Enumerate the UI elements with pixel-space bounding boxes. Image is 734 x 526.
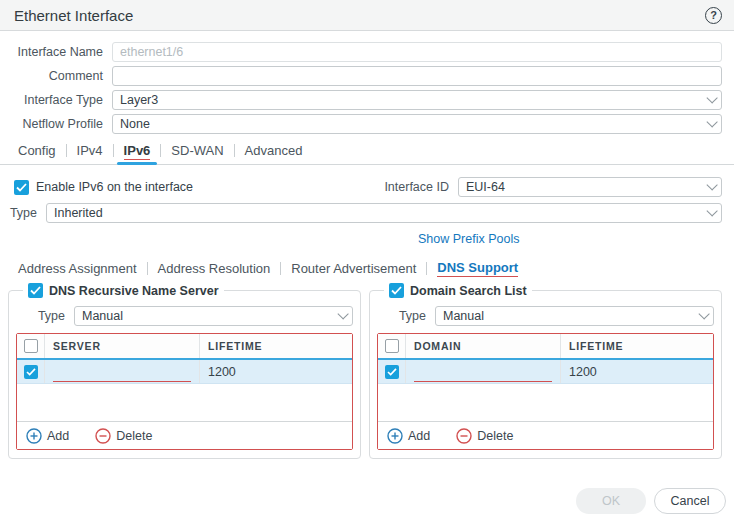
- domain-input[interactable]: [414, 365, 552, 382]
- interface-name-field: [112, 42, 722, 62]
- dns-recursive-legend: DNS Recursive Name Server: [23, 283, 224, 298]
- domain-search-type-select[interactable]: Manual: [435, 306, 714, 326]
- tab-ipv6[interactable]: IPv6: [124, 143, 151, 164]
- subtab-address-assignment[interactable]: Address Assignment: [18, 261, 137, 276]
- ipv6-type-row: Type Inherited: [0, 203, 722, 223]
- select-all-checkbox[interactable]: [24, 339, 38, 353]
- interface-name-row: Interface Name: [0, 42, 722, 62]
- domain-search-type-label: Type: [377, 309, 435, 323]
- tab-divider: [66, 144, 67, 157]
- delete-button[interactable]: Delete: [456, 428, 513, 444]
- comment-row: Comment: [0, 66, 722, 86]
- enable-ipv6-row: Enable IPv6 on the interface Interface I…: [14, 178, 722, 196]
- check-icon: [30, 286, 41, 295]
- add-button[interactable]: Add: [26, 428, 69, 444]
- domain-search-table: DOMAIN LIFETIME: [377, 333, 714, 450]
- delete-button[interactable]: Delete: [95, 428, 152, 444]
- subtab-router-advertisement[interactable]: Router Advertisement: [291, 261, 416, 276]
- add-icon: [387, 428, 403, 444]
- netflow-profile-label: Netflow Profile: [0, 117, 112, 131]
- dialog-title: Ethernet Interface: [14, 7, 133, 24]
- domain-search-type-value: Manual: [443, 309, 698, 323]
- table-header: DOMAIN LIFETIME: [378, 334, 713, 360]
- dialog-footer: OK Cancel: [576, 488, 726, 514]
- dns-recursive-type-select[interactable]: Manual: [74, 306, 353, 326]
- chevron-down-icon: [337, 308, 348, 319]
- prefix-pools-row: Show Prefix Pools: [0, 232, 734, 248]
- interface-type-value: Layer3: [120, 93, 706, 107]
- ethernet-interface-dialog: Ethernet Interface ? Interface Name Comm…: [0, 0, 734, 526]
- netflow-profile-row: Netflow Profile None: [0, 114, 722, 134]
- subtab-dns-support[interactable]: DNS Support: [437, 260, 518, 277]
- tab-divider: [113, 144, 114, 157]
- interface-id-value: EUI-64: [466, 180, 706, 194]
- ipv6-type-select[interactable]: Inherited: [46, 203, 722, 223]
- tab-divider: [160, 144, 161, 157]
- main-tabbar: Config IPv4 IPv6 SD-WAN Advanced: [0, 141, 734, 165]
- ipv6-type-value: Inherited: [54, 206, 706, 220]
- domain-search-legend: Domain Search List: [384, 283, 532, 298]
- tab-config[interactable]: Config: [18, 143, 56, 164]
- interface-type-select[interactable]: Layer3: [112, 90, 722, 110]
- tab-divider: [426, 262, 427, 275]
- server-input[interactable]: [53, 365, 191, 382]
- enable-ipv6-checkbox[interactable]: [14, 180, 29, 195]
- add-button[interactable]: Add: [387, 428, 430, 444]
- tab-divider: [147, 262, 148, 275]
- table-footer: Add Delete: [378, 421, 713, 449]
- show-prefix-pools-link[interactable]: Show Prefix Pools: [418, 232, 519, 246]
- dns-recursive-table: SERVER LIFETIME: [16, 333, 353, 450]
- check-icon: [16, 183, 27, 192]
- comment-field[interactable]: [112, 66, 722, 86]
- chevron-down-icon: [706, 92, 717, 103]
- column-header-lifetime: LIFETIME: [569, 340, 623, 352]
- row-checkbox[interactable]: [24, 365, 38, 379]
- cancel-button[interactable]: Cancel: [654, 488, 726, 514]
- select-all-checkbox[interactable]: [385, 339, 399, 353]
- interface-type-row: Interface Type Layer3: [0, 90, 722, 110]
- dns-recursive-enable-checkbox[interactable]: [28, 283, 43, 298]
- delete-icon: [456, 428, 472, 444]
- comment-label: Comment: [0, 69, 112, 83]
- ipv6-subtabs: Address Assignment Address Resolution Ro…: [18, 259, 734, 277]
- check-icon: [26, 368, 36, 376]
- column-header-server: SERVER: [53, 340, 101, 352]
- subtab-address-resolution[interactable]: Address Resolution: [158, 261, 271, 276]
- interface-id-select[interactable]: EUI-64: [458, 177, 722, 197]
- chevron-down-icon: [706, 116, 717, 127]
- delete-icon: [95, 428, 111, 444]
- domain-search-enable-checkbox[interactable]: [389, 283, 404, 298]
- column-header-domain: DOMAIN: [414, 340, 461, 352]
- dns-recursive-panel: DNS Recursive Name Server Type Manual SE…: [8, 283, 361, 459]
- chevron-down-icon: [698, 308, 709, 319]
- interface-form: Interface Name Comment Interface Type La…: [0, 31, 734, 134]
- ok-button[interactable]: OK: [576, 488, 646, 514]
- tab-ipv4[interactable]: IPv4: [77, 143, 103, 164]
- interface-id-label: Interface ID: [384, 180, 458, 194]
- column-header-lifetime: LIFETIME: [208, 340, 262, 352]
- netflow-profile-value: None: [120, 117, 706, 131]
- check-icon: [391, 286, 402, 295]
- lifetime-value: 1200: [208, 365, 236, 379]
- interface-name-label: Interface Name: [0, 45, 112, 59]
- domain-search-title: Domain Search List: [410, 284, 527, 298]
- check-icon: [387, 368, 397, 376]
- table-footer: Add Delete: [17, 421, 352, 449]
- chevron-down-icon: [706, 205, 717, 216]
- chevron-down-icon: [706, 179, 717, 190]
- ipv6-type-label: Type: [0, 206, 46, 220]
- add-icon: [26, 428, 42, 444]
- help-icon[interactable]: ?: [705, 7, 722, 24]
- enable-ipv6-label: Enable IPv6 on the interface: [36, 180, 193, 194]
- netflow-profile-select[interactable]: None: [112, 114, 722, 134]
- dns-recursive-title: DNS Recursive Name Server: [49, 284, 219, 298]
- dns-support-panels: DNS Recursive Name Server Type Manual SE…: [8, 283, 722, 459]
- table-row[interactable]: 1200: [17, 360, 352, 384]
- tab-advanced[interactable]: Advanced: [245, 143, 303, 164]
- tab-sdwan[interactable]: SD-WAN: [171, 143, 223, 164]
- tab-divider: [280, 262, 281, 275]
- table-row[interactable]: 1200: [378, 360, 713, 384]
- interface-id-group: Interface ID EUI-64: [384, 177, 722, 197]
- lifetime-value: 1200: [569, 365, 597, 379]
- row-checkbox[interactable]: [385, 365, 399, 379]
